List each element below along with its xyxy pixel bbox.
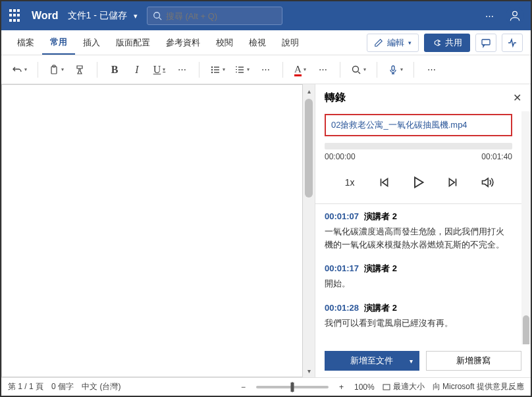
bold-button[interactable]: B [105, 61, 124, 79]
activity-button[interactable] [502, 34, 523, 52]
comment-icon [481, 38, 491, 48]
pane-scroll-thumb[interactable] [523, 315, 529, 344]
chevron-down-icon[interactable]: ▾ [134, 12, 138, 20]
pane-scrollbar[interactable] [521, 111, 531, 344]
fit-page-button[interactable]: 最適大小 [383, 381, 425, 392]
more-icon[interactable]: ⋯ [485, 11, 495, 21]
find-button[interactable]: ▾ [348, 61, 369, 79]
tab-review[interactable]: 校閱 [208, 30, 241, 55]
play-button[interactable] [406, 172, 430, 193]
paragraph-more-button[interactable]: ⋯ [256, 61, 275, 79]
app-launcher-icon[interactable] [8, 8, 24, 24]
tab-home[interactable]: 常用 [42, 30, 75, 55]
styles-more-button[interactable]: ⋯ [313, 61, 332, 79]
segment-speaker: 演講者 2 [364, 211, 397, 221]
transcribe-file-highlight: 02搶救老公寓_一氧化碳抽風機.mp4 [325, 114, 512, 136]
editing-mode-button[interactable]: 編輯 ▾ [367, 34, 419, 52]
tab-file[interactable]: 檔案 [9, 30, 42, 55]
svg-point-6 [211, 66, 213, 67]
undo-icon [12, 65, 22, 75]
document-scrollbar[interactable]: ▴ ▾ [303, 84, 315, 377]
skip-forward-button[interactable] [441, 172, 465, 193]
ribbon-overflow-button[interactable]: ⋯ [422, 61, 440, 79]
tab-insert[interactable]: 插入 [75, 30, 108, 55]
svg-rect-10 [214, 69, 219, 70]
svg-line-1 [159, 18, 161, 20]
transcript-segment[interactable]: 00:01:17演講者 2 開始。 [325, 263, 512, 290]
page-count[interactable]: 第 1 / 1 頁 [8, 381, 43, 392]
chevron-down-icon: ▾ [410, 357, 413, 365]
tab-view[interactable]: 檢視 [241, 30, 274, 55]
title-bar: Word 文件1 - 已儲存 ▾ ⋯ [1, 1, 531, 30]
numbering-button[interactable]: ▾ [232, 61, 252, 79]
numbering-icon [234, 65, 245, 75]
fit-page-label: 最適大小 [393, 381, 425, 392]
transcript-segment[interactable]: 00:01:28演講者 2 我們可以看到電風扇已經沒有再。 [325, 302, 512, 330]
bullets-button[interactable]: ▾ [207, 61, 228, 79]
svg-rect-23 [383, 384, 390, 390]
skip-back-button[interactable] [372, 172, 396, 193]
tab-help[interactable]: 說明 [274, 30, 307, 55]
ribbon-tabs: 檔案 常用 插入 版面配置 參考資料 校閱 檢視 說明 編輯 ▾ 共用 [1, 30, 531, 55]
italic-button[interactable]: I [128, 61, 146, 79]
share-button[interactable]: 共用 [424, 34, 470, 52]
zoom-out-button[interactable]: − [238, 381, 248, 393]
status-bar: 第 1 / 1 頁 0 個字 中文 (台灣) − + 100% 最適大小 向 M… [1, 377, 531, 396]
document-area: ▴ ▾ [1, 84, 315, 377]
scroll-thumb[interactable] [305, 99, 313, 198]
tab-layout[interactable]: 版面配置 [108, 30, 158, 55]
volume-icon [481, 176, 494, 189]
transcribe-file-link[interactable]: 02搶救老公寓_一氧化碳抽風機.mp4 [331, 120, 467, 130]
zoom-in-button[interactable]: + [336, 381, 346, 393]
bullets-icon [210, 65, 221, 75]
new-transcription-button[interactable]: 新增謄寫 [426, 351, 522, 371]
search-input[interactable] [166, 11, 277, 21]
user-avatar[interactable] [506, 7, 524, 25]
document-title[interactable]: 文件1 - 已儲存 [68, 10, 127, 22]
underline-button[interactable]: U▾ [150, 61, 169, 79]
scroll-track[interactable] [303, 97, 315, 364]
scroll-up-button[interactable]: ▴ [303, 84, 315, 97]
undo-button[interactable]: ▾ [9, 61, 30, 79]
segment-speaker: 演講者 2 [364, 263, 397, 273]
add-to-document-button[interactable]: 新增至文件 ▾ [325, 351, 419, 371]
language-status[interactable]: 中文 (台灣) [82, 381, 120, 392]
format-painter-button[interactable] [70, 61, 89, 79]
zoom-slider-handle[interactable] [290, 383, 294, 392]
search-box[interactable] [147, 7, 282, 25]
svg-rect-3 [482, 40, 490, 45]
scroll-down-button[interactable]: ▾ [303, 364, 315, 377]
volume-button[interactable] [475, 172, 499, 193]
main-area: ▴ ▾ 轉錄 ✕ 02搶救老公寓_一氧化碳抽風機.mp4 00:00:00 00… [1, 84, 531, 377]
segment-time: 00:01:07 [325, 211, 359, 221]
svg-point-8 [211, 71, 213, 72]
close-icon[interactable]: ✕ [513, 92, 521, 104]
word-count[interactable]: 0 個字 [51, 381, 74, 392]
dictate-button[interactable]: ▾ [385, 61, 406, 79]
comments-button[interactable] [475, 34, 496, 52]
paste-button[interactable]: ▾ [46, 61, 66, 79]
svg-rect-9 [214, 66, 219, 67]
font-color-button[interactable]: A ▾ [291, 61, 309, 79]
ribbon-toolbar: ▾ ▾ B I U▾ ⋯ ▾ ▾ ⋯ A ▾ ⋯ [1, 55, 531, 84]
svg-line-19 [358, 72, 360, 74]
pane-title: 轉錄 [325, 91, 513, 105]
clipboard-icon [49, 65, 59, 75]
share-icon [432, 38, 441, 47]
search-icon [351, 65, 361, 75]
playback-speed-button[interactable]: 1x [338, 172, 361, 193]
zoom-percent[interactable]: 100% [354, 383, 375, 392]
audio-time-current: 00:00:00 [325, 152, 356, 161]
document-page[interactable] [1, 84, 303, 377]
svg-point-2 [513, 11, 518, 16]
feedback-link[interactable]: 向 Microsoft 提供意見反應 [433, 381, 524, 392]
tab-references[interactable]: 參考資料 [158, 30, 208, 55]
audio-progress-track[interactable] [325, 143, 512, 149]
svg-rect-17 [236, 72, 237, 72]
segment-text: 一氧化碳濃度過高而發生危險，因此我們用打火機的一氧化碳來模擬熱水器燃燒瓦斯的不完… [325, 225, 512, 251]
svg-rect-12 [238, 66, 244, 67]
transcript-segment[interactable]: 00:01:07演講者 2 一氧化碳濃度過高而發生危險，因此我們用打火機的一氧化… [325, 211, 512, 251]
segment-speaker: 演講者 2 [364, 303, 397, 313]
zoom-slider[interactable] [256, 386, 329, 388]
font-more-button[interactable]: ⋯ [173, 61, 191, 79]
